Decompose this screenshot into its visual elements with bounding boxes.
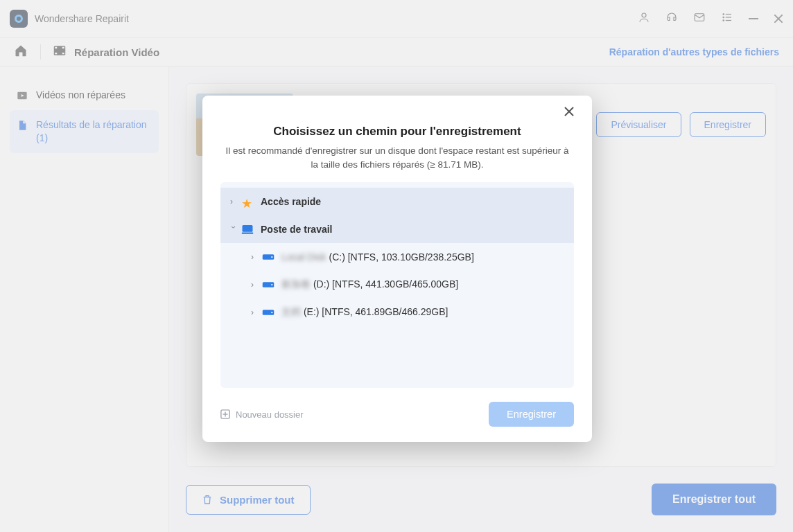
chevron-right-icon: › xyxy=(251,308,258,317)
modal-save-button[interactable]: Enregistrer xyxy=(489,402,574,427)
drive-icon xyxy=(262,251,274,263)
tree-label: 新加卷 (D:) [NTFS, 441.30GB/465.00GB] xyxy=(281,278,458,291)
modal-title: Choisissez un chemin pour l'enregistreme… xyxy=(220,125,574,139)
chevron-right-icon: › xyxy=(230,197,237,206)
tree-item-computer[interactable]: › Poste de travail xyxy=(220,215,574,243)
tree-item-quick-access[interactable]: › ★ Accès rapide xyxy=(220,188,574,215)
tree-label: Accès rapide xyxy=(261,196,321,207)
tree-item-drive-d[interactable]: › 新加卷 (D:) [NTFS, 441.30GB/465.00GB] xyxy=(220,271,574,299)
save-path-modal: Choisissez un chemin pour l'enregistreme… xyxy=(202,96,592,442)
drive-icon xyxy=(262,307,274,318)
svg-point-23 xyxy=(271,284,272,285)
drive-icon xyxy=(262,279,274,290)
close-icon xyxy=(564,107,574,116)
add-folder-icon xyxy=(220,409,230,419)
modal-close-button[interactable] xyxy=(564,107,574,119)
svg-rect-18 xyxy=(243,225,253,232)
star-icon: ★ xyxy=(241,196,254,207)
tree-item-drive-c[interactable]: › Local Disk (C:) [NTFS, 103.10GB/238.25… xyxy=(220,243,574,271)
svg-point-25 xyxy=(271,312,272,313)
new-folder-button[interactable]: Nouveau dossier xyxy=(220,409,304,420)
modal-footer: Nouveau dossier Enregistrer xyxy=(220,388,574,427)
computer-icon xyxy=(241,224,254,235)
path-tree: › ★ Accès rapide › Poste de travail › Lo… xyxy=(220,182,574,388)
chevron-down-icon: › xyxy=(229,226,238,233)
svg-point-21 xyxy=(271,256,272,258)
tree-item-drive-e[interactable]: › 文档 (E:) [NTFS, 461.89GB/466.29GB] xyxy=(220,299,574,326)
tree-label: 文档 (E:) [NTFS, 461.89GB/466.29GB] xyxy=(281,306,448,319)
modal-desc: Il est recommandé d'enregistrer sur un d… xyxy=(225,144,570,171)
chevron-right-icon: › xyxy=(251,252,258,262)
tree-label: Local Disk (C:) [NTFS, 103.10GB/238.25GB… xyxy=(281,251,474,263)
new-folder-label: Nouveau dossier xyxy=(236,409,304,420)
chevron-right-icon: › xyxy=(251,280,258,290)
svg-rect-19 xyxy=(242,233,254,234)
tree-label: Poste de travail xyxy=(261,224,333,235)
